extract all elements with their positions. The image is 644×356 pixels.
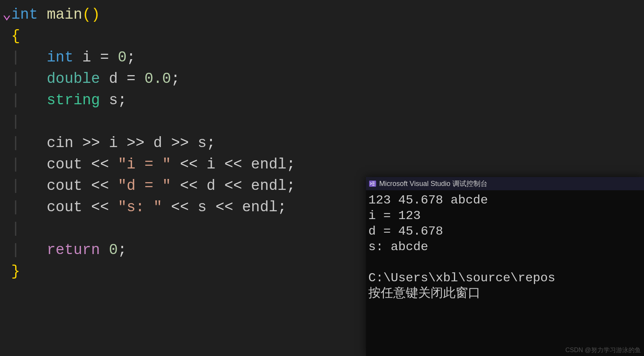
code-line: | string s; (2, 89, 644, 111)
code-line: | double d = 0.0; (2, 68, 644, 89)
code-line: | int i = 0; (2, 47, 644, 68)
code-line: | cout << "i = " << i << endl; (2, 154, 644, 175)
code-line: ⌄int main() (2, 4, 644, 25)
debug-console-window[interactable]: Microsoft Visual Studio 调试控制台 123 45.678… (366, 177, 644, 356)
console-output: 123 45.678 abcde i = 123 d = 45.678 s: a… (366, 190, 644, 304)
code-line: { (2, 25, 644, 47)
watermark-text: CSDN @努力学习游泳的鱼 (565, 346, 641, 354)
console-title: Microsoft Visual Studio 调试控制台 (379, 179, 487, 188)
console-titlebar[interactable]: Microsoft Visual Studio 调试控制台 (366, 177, 644, 190)
vs-icon (369, 181, 376, 187)
code-line: | cin >> i >> d >> s; (2, 132, 644, 154)
code-line: | (2, 111, 644, 132)
